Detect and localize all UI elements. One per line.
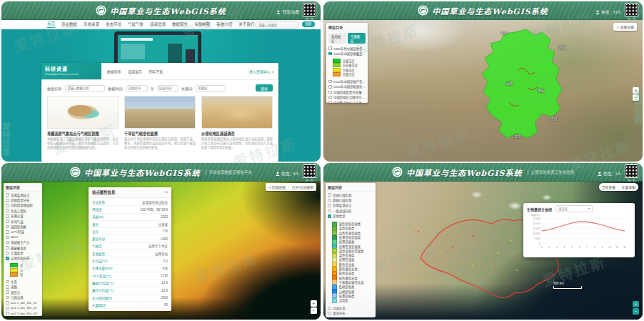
layer-row[interactable]: 湖泊分布 [328, 311, 373, 316]
nav-item[interactable]: 气候气象 [128, 21, 144, 27]
layer-row[interactable]: 2015年中国草地退化程度图 [328, 84, 366, 89]
layer-row[interactable]: 行政边界 [6, 295, 40, 300]
layer-row[interactable]: 草地类型分布 [6, 197, 40, 202]
layer-row[interactable]: 净初级生产力 [6, 240, 40, 245]
layer-checkbox[interactable] [6, 193, 9, 197]
zoom-out-button[interactable]: − [633, 308, 639, 315]
layer-checkbox[interactable] [6, 209, 9, 213]
layer-row[interactable]: 可利用草地面积 [6, 203, 40, 208]
layer-checkbox[interactable] [328, 46, 332, 50]
layer-checkbox[interactable] [328, 199, 331, 202]
nav-item[interactable]: 系统介绍 [216, 21, 232, 27]
data-name-input[interactable] [65, 85, 105, 92]
keyword-input[interactable] [196, 85, 226, 92]
vector-view-button[interactable]: 矢量地图 [622, 186, 635, 189]
layer-row[interactable]: 中国草原综合顺序分类图 [328, 95, 366, 100]
start-date-input[interactable] [126, 85, 148, 92]
layer-row[interactable]: 草地监测站点 [328, 203, 373, 208]
layer-checkbox[interactable] [6, 204, 9, 207]
layer-row[interactable]: 山地草甸分布 [6, 256, 40, 261]
layer-row[interactable]: wc2.1_bio_30s_03 [6, 311, 40, 316]
layer-checkbox[interactable] [6, 236, 9, 239]
layer-checkbox[interactable] [328, 96, 332, 99]
layer-row[interactable]: 草地监测站点 [6, 192, 40, 197]
layer-checkbox[interactable] [6, 280, 9, 284]
resource-more-link[interactable]: 进入资源中心 » [249, 69, 273, 74]
nav-item[interactable]: 草地资源 [84, 21, 99, 27]
layer-row[interactable]: 中国草地类型分区图 [328, 89, 366, 94]
layer-row[interactable]: wc2.1_bio_30s_02 [6, 305, 40, 310]
layer-row[interactable]: 生态工程区 [6, 208, 40, 213]
layer-checkbox[interactable] [328, 204, 331, 207]
layer-checkbox[interactable] [6, 225, 9, 229]
legend-toggle-button[interactable]: 打开/关闭图例 [292, 186, 313, 189]
resource-card[interactable]: 干旱区气候变化监测 通过对干旱区典型样带的长期定位观测，获取气温、降水、风速等要… [124, 96, 196, 159]
satellite-view-button[interactable]: 卫星影像 [602, 186, 615, 189]
basemap-switch-button[interactable]: ＋切换底图 [268, 186, 286, 189]
layer-row[interactable]: 草地类型 [328, 214, 373, 219]
layer-checkbox[interactable] [328, 80, 332, 84]
layer-checkbox[interactable] [6, 219, 9, 223]
layer-row[interactable]: 植被覆盖度 [6, 245, 40, 250]
layer-checkbox[interactable] [328, 85, 332, 89]
zoom-in-button[interactable]: + [633, 301, 639, 307]
layer-checkbox[interactable] [6, 246, 9, 250]
search-submit-button[interactable]: 搜索 [256, 84, 273, 92]
layer-checkbox[interactable] [6, 290, 9, 294]
layer-checkbox[interactable] [6, 241, 9, 245]
nav-search-input[interactable] [255, 21, 299, 29]
chart-select-dropdown[interactable]: 请选择▾ [555, 205, 593, 212]
layer-checkbox[interactable] [6, 301, 9, 305]
layer-checkbox[interactable] [328, 101, 332, 103]
layer-checkbox[interactable] [6, 230, 9, 234]
layer-checkbox[interactable] [328, 91, 332, 94]
layer-row[interactable]: 1980年代中国草地资源图 [328, 46, 366, 51]
login-link[interactable]: 登录/注册 [276, 9, 299, 15]
end-date-input[interactable] [157, 85, 178, 92]
layer-row[interactable]: 年均气温 [6, 219, 40, 224]
layer-checkbox[interactable] [6, 199, 9, 202]
layer-row[interactable]: 河流水系 [328, 305, 373, 310]
nav-item[interactable]: 数据服务 [172, 21, 188, 27]
tab-thematic-layers[interactable]: 专题图层 [348, 33, 366, 44]
layer-row[interactable]: 2000年中国草地覆盖度分级图 [328, 51, 366, 56]
basemap-switch-button[interactable]: ＋ 底图切换 [613, 23, 637, 31]
layer-row[interactable]: 沙漠分布 [328, 316, 373, 317]
layer-checkbox[interactable] [328, 209, 331, 213]
layer-row[interactable]: 省级行政区划 [328, 197, 373, 202]
layer-row[interactable]: 道路 [6, 285, 40, 290]
layer-row[interactable]: 土壤类型 [6, 250, 40, 255]
layer-checkbox[interactable] [328, 307, 331, 310]
layer-row[interactable]: 全国重点牧区分布图 [328, 100, 366, 103]
nav-item[interactable]: 专题制图 [194, 21, 210, 27]
layer-row[interactable]: 居民点 [6, 290, 40, 295]
nav-item[interactable]: 生态环境 [106, 21, 121, 27]
resource-tab[interactable]: 数据检索 [107, 69, 121, 74]
layer-checkbox[interactable] [6, 252, 9, 255]
zoom-out-button[interactable]: − [633, 94, 639, 101]
layer-checkbox[interactable] [328, 193, 331, 197]
resource-tab[interactable]: 成果展示 [128, 69, 142, 74]
zoom-in-button[interactable]: + [633, 87, 639, 94]
layer-checkbox[interactable] [6, 257, 9, 260]
layer-row[interactable]: 2010年中国草地产草量分布图 [328, 79, 366, 84]
tab-base-layers[interactable]: 基础图层 [328, 33, 346, 44]
layer-row[interactable]: 湿润度指数 [6, 224, 40, 229]
layer-row[interactable]: ≥0℃积温 [6, 229, 40, 234]
resource-card[interactable]: 青藏高原气象站点与气候区划图 本数据集基于青藏高原地区多年气象观测资料，结合地形… [47, 96, 119, 159]
layer-checkbox[interactable] [6, 312, 9, 315]
layer-row[interactable]: 一级流域分区 [328, 208, 373, 213]
layer-checkbox[interactable] [328, 52, 332, 56]
layer-row[interactable]: 全国行政区划 [328, 192, 373, 197]
layer-row[interactable]: 年降水量 [6, 214, 40, 219]
layer-row[interactable]: 水系 [6, 279, 40, 284]
layer-checkbox[interactable] [6, 214, 9, 218]
resource-tab[interactable]: 资料下载 [149, 69, 163, 74]
zoom-in-button[interactable]: + [311, 300, 317, 307]
nav-item[interactable]: 首页 [47, 21, 55, 28]
satellite-map[interactable]: 兰州西安成都重庆贵阳昆明 [323, 19, 643, 162]
layer-checkbox[interactable] [328, 214, 331, 218]
layer-checkbox[interactable] [6, 285, 9, 289]
close-icon[interactable]: × [165, 190, 168, 194]
nav-item[interactable]: 遥感监测 [150, 21, 166, 27]
